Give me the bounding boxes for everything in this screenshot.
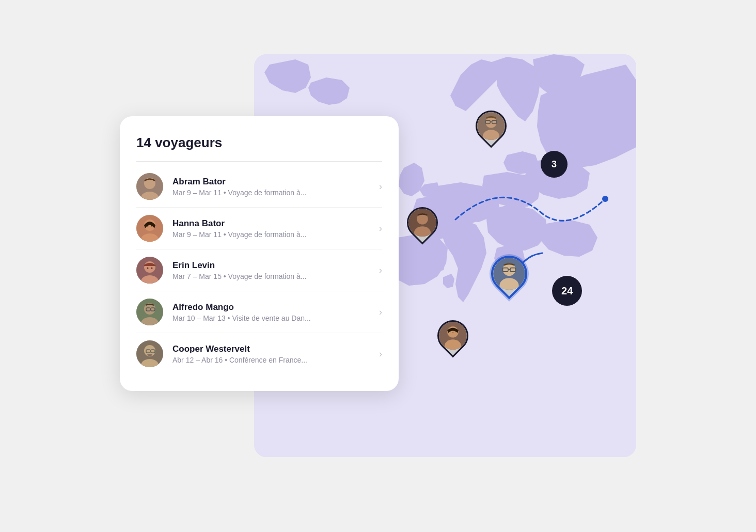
traveler-info: Abram Bator Mar 9 – Mar 11 • Voyage de f… <box>172 177 375 197</box>
pin-avatar-man-top[interactable] <box>476 111 507 142</box>
traveler-info: Alfredo Mango Mar 10 – Mar 13 • Visite d… <box>172 302 375 322</box>
pin-count-24[interactable]: 24 <box>552 276 582 306</box>
traveler-item[interactable]: Hanna Bator Mar 9 – Mar 11 • Voyage de f… <box>136 208 382 249</box>
traveler-details: Abr 12 – Abr 16 • Conférence en France..… <box>172 356 375 364</box>
pin-count-3[interactable]: 3 <box>541 151 568 178</box>
avatar <box>136 299 163 325</box>
svg-point-1 <box>602 196 608 202</box>
traveler-item[interactable]: Abram Bator Mar 9 – Mar 11 • Voyage de f… <box>136 166 382 208</box>
pin-avatar-woman[interactable] <box>437 320 468 351</box>
avatar <box>136 257 163 284</box>
traveler-name: Cooper Westervelt <box>172 344 375 354</box>
traveler-item[interactable]: Cooper Westervelt Abr 12 – Abr 16 • Conf… <box>136 333 382 374</box>
traveler-item[interactable]: Erin Levin Mar 7 – Mar 15 • Voyage de fo… <box>136 249 382 291</box>
pin-avatar-man-active[interactable] <box>491 256 527 292</box>
scene: 3 <box>120 54 636 478</box>
svg-point-46 <box>147 354 152 356</box>
traveler-name: Erin Levin <box>172 260 375 271</box>
svg-point-27 <box>147 225 149 227</box>
avatar <box>136 215 163 242</box>
traveler-details: Mar 7 – Mar 15 • Voyage de formation à..… <box>172 272 375 280</box>
traveler-name: Hanna Bator <box>172 218 375 229</box>
traveler-info: Erin Levin Mar 7 – Mar 15 • Voyage de fo… <box>172 260 375 280</box>
avatar <box>136 173 163 200</box>
pin-avatar-man-middle[interactable] <box>407 207 438 238</box>
svg-point-32 <box>147 268 149 269</box>
chevron-right-icon: › <box>379 223 382 234</box>
svg-point-28 <box>151 225 153 227</box>
chevron-right-icon: › <box>379 349 382 359</box>
traveler-details: Mar 10 – Mar 13 • Visite de vente au Dan… <box>172 314 375 322</box>
chevron-right-icon: › <box>379 181 382 192</box>
divider <box>136 161 382 162</box>
chevron-right-icon: › <box>379 307 382 318</box>
traveler-name: Alfredo Mango <box>172 302 375 312</box>
traveler-details: Mar 9 – Mar 11 • Voyage de formation à..… <box>172 189 375 197</box>
traveler-info: Cooper Westervelt Abr 12 – Abr 16 • Conf… <box>172 344 375 364</box>
traveler-info: Hanna Bator Mar 9 – Mar 11 • Voyage de f… <box>172 218 375 239</box>
traveler-list: Abram Bator Mar 9 – Mar 11 • Voyage de f… <box>136 166 382 374</box>
traveler-name: Abram Bator <box>172 177 375 187</box>
chevron-right-icon: › <box>379 265 382 276</box>
panel-title: 14 voyageurs <box>136 135 382 151</box>
traveler-panel: 14 voyageurs Abram Bator Mar 9 – Mar 11 … <box>120 116 399 391</box>
traveler-item[interactable]: Alfredo Mango Mar 10 – Mar 13 • Visite d… <box>136 291 382 333</box>
svg-point-33 <box>151 268 153 269</box>
traveler-details: Mar 9 – Mar 11 • Voyage de formation à..… <box>172 230 375 239</box>
avatar <box>136 340 163 367</box>
